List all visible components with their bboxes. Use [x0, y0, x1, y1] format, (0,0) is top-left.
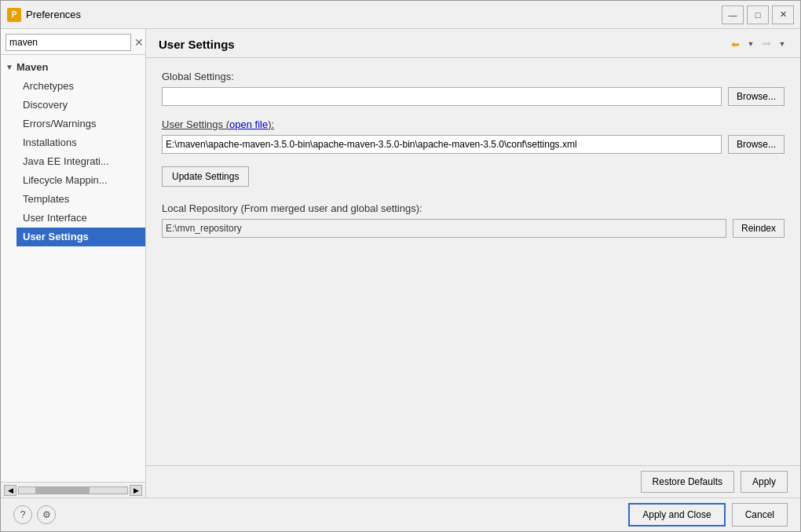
right-panel: User Settings ⬅ ▼ ⮕ ▼ Global Settings: B… — [146, 29, 800, 497]
tree-item-lifecycle[interactable]: Lifecycle Mappin... — [16, 171, 145, 190]
tree-item-user-interface[interactable]: User Interface — [16, 209, 145, 228]
scroll-track[interactable] — [18, 486, 128, 494]
bottom-bar: Restore Defaults Apply — [146, 465, 800, 497]
global-settings-row: Browse... — [162, 87, 785, 106]
close-button[interactable]: ✕ — [772, 5, 794, 24]
chevron-down-icon: ▼ — [5, 60, 13, 75]
footer-left: ? ⚙ — [13, 505, 622, 524]
tree-item-archetypes[interactable]: Archetypes — [16, 77, 145, 96]
horizontal-scrollbar[interactable]: ◀ ▶ — [1, 482, 145, 497]
nav-back-button[interactable]: ⬅ — [726, 35, 744, 53]
user-settings-input[interactable] — [162, 135, 722, 154]
local-repo-label: Local Repository (From merged user and g… — [162, 202, 785, 214]
reindex-button[interactable]: Reindex — [733, 219, 785, 238]
global-browse-button[interactable]: Browse... — [728, 87, 785, 106]
user-settings-label-text: User Settings ( — [162, 118, 229, 130]
cancel-button[interactable]: Cancel — [732, 503, 788, 527]
restore-defaults-button[interactable]: Restore Defaults — [641, 471, 734, 493]
local-repo-input — [162, 219, 726, 238]
tree-item-templates[interactable]: Templates — [16, 190, 145, 209]
update-settings-button[interactable]: Update Settings — [162, 166, 249, 187]
right-body: Global Settings: Browse... User Settings… — [146, 58, 800, 465]
global-settings-label: Global Settings: — [162, 71, 785, 82]
user-settings-row: Browse... — [162, 135, 785, 154]
app-icon-label: P — [12, 10, 17, 19]
panel-title: User Settings — [159, 38, 235, 51]
search-input[interactable] — [5, 34, 131, 51]
user-settings-label-end: ): — [268, 118, 274, 130]
tree-item-discovery[interactable]: Discovery — [16, 96, 145, 115]
search-bar: ✕ — [1, 29, 145, 55]
navigation-arrows: ⬅ ▼ ⮕ ▼ — [726, 35, 788, 53]
nav-forward-button[interactable]: ⮕ — [758, 35, 775, 53]
tree-item-errors-warnings[interactable]: Errors/Warnings — [16, 115, 145, 133]
tree-children: Archetypes Discovery Errors/Warnings Ins… — [1, 77, 145, 246]
preferences-window: P Preferences — □ ✕ ✕ ▼ Maven Archetypes — [0, 0, 801, 532]
apply-button[interactable]: Apply — [741, 471, 788, 493]
restore-button[interactable]: □ — [747, 5, 769, 24]
nav-back-dropdown[interactable]: ▼ — [745, 35, 756, 53]
help-button[interactable]: ? — [13, 505, 32, 524]
minimize-button[interactable]: — — [722, 5, 744, 24]
main-content: ✕ ▼ Maven Archetypes Discovery Errors/Wa… — [1, 29, 800, 497]
scroll-left-arrow[interactable]: ◀ — [4, 485, 16, 496]
right-header: User Settings ⬅ ▼ ⮕ ▼ — [146, 29, 800, 58]
global-settings-input[interactable] — [162, 87, 722, 106]
footer-bar: ? ⚙ Apply and Close Cancel — [1, 497, 800, 531]
tree-item-installations[interactable]: Installations — [16, 133, 145, 152]
open-file-link[interactable]: open file — [229, 118, 268, 130]
apply-and-close-button[interactable]: Apply and Close — [628, 503, 725, 527]
tree-item-user-settings[interactable]: User Settings — [16, 228, 145, 246]
search-clear-button[interactable]: ✕ — [134, 36, 144, 49]
title-bar: P Preferences — □ ✕ — [1, 1, 800, 29]
tree: ▼ Maven Archetypes Discovery Errors/Warn… — [1, 55, 145, 482]
user-settings-label: User Settings (open file): — [162, 118, 785, 130]
tree-item-java-ee[interactable]: Java EE Integrati... — [16, 152, 145, 171]
settings-button[interactable]: ⚙ — [37, 505, 56, 524]
left-panel: ✕ ▼ Maven Archetypes Discovery Errors/Wa… — [1, 29, 146, 497]
nav-forward-dropdown[interactable]: ▼ — [777, 35, 788, 53]
scroll-thumb — [35, 487, 90, 494]
tree-parent-label: Maven — [16, 60, 48, 75]
scroll-right-arrow[interactable]: ▶ — [130, 485, 142, 496]
tree-parent-maven[interactable]: ▼ Maven — [1, 58, 145, 77]
local-repo-row: Reindex — [162, 219, 785, 238]
window-controls: — □ ✕ — [722, 5, 794, 24]
app-icon: P — [7, 8, 21, 22]
window-title: Preferences — [26, 9, 722, 20]
user-browse-button[interactable]: Browse... — [728, 135, 785, 154]
